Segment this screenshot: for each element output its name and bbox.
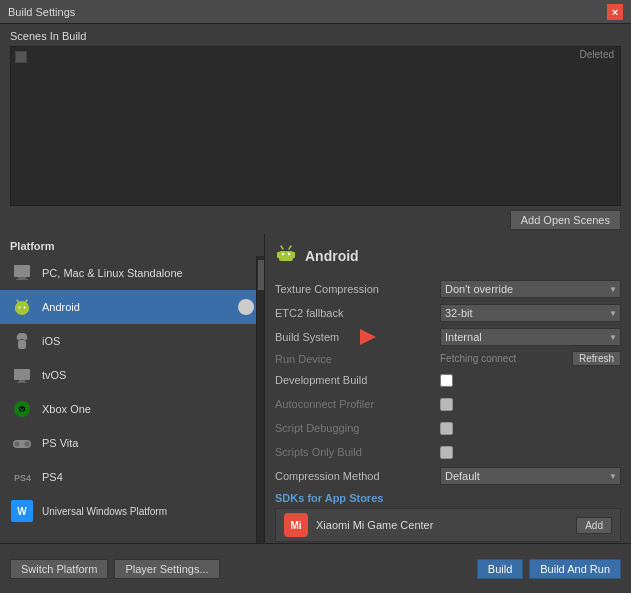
- tvos-icon: [10, 363, 34, 387]
- svg-line-28: [289, 246, 291, 249]
- scripts-only-build-label: Scripts Only Build: [275, 446, 440, 458]
- autoconnect-profiler-row: Autoconnect Profiler: [275, 394, 621, 414]
- android-label: Android: [42, 301, 238, 313]
- build-and-run-button[interactable]: Build And Run: [529, 559, 621, 579]
- scenes-checkbox[interactable]: [15, 51, 27, 63]
- etc2-fallback-dropdown[interactable]: 32-bit: [440, 304, 621, 322]
- scripts-only-build-row: Scripts Only Build: [275, 442, 621, 462]
- bottom-right-buttons: Build Build And Run: [477, 559, 621, 579]
- svg-rect-14: [17, 382, 27, 383]
- xbox-icon: X: [10, 397, 34, 421]
- svg-point-8: [24, 307, 26, 309]
- platform-item-tvos[interactable]: tvOS: [0, 358, 264, 392]
- etc2-fallback-dropdown-wrapper: 32-bit: [440, 304, 621, 322]
- run-device-value: Fetching connect: [440, 353, 568, 364]
- run-device-row: Run Device Fetching connect Refresh: [275, 351, 621, 366]
- texture-compression-label: Texture Compression: [275, 283, 440, 295]
- android-panel-icon: [275, 242, 297, 269]
- sdks-label: SDKs for App Stores: [275, 492, 621, 504]
- compression-method-row: Compression Method Default: [275, 466, 621, 486]
- switch-platform-button[interactable]: Switch Platform: [10, 559, 108, 579]
- platform-item-uwp[interactable]: W Universal Windows Platform: [0, 494, 264, 528]
- scenes-section: Scenes In Build Deleted Add Open Scenes: [0, 24, 631, 234]
- psvita-icon: [10, 431, 34, 455]
- android-icon: [10, 295, 34, 319]
- close-button[interactable]: ×: [607, 4, 623, 20]
- build-system-row: Build System Internal: [275, 327, 621, 347]
- refresh-button[interactable]: Refresh: [572, 351, 621, 366]
- android-header: Android: [275, 242, 621, 269]
- middle-section: Platform PC, Mac & Linux Standalone: [0, 234, 631, 543]
- psvita-label: PS Vita: [42, 437, 254, 449]
- compression-method-dropdown[interactable]: Default: [440, 467, 621, 485]
- build-button[interactable]: Build: [477, 559, 523, 579]
- script-debugging-checkbox[interactable]: [440, 422, 453, 435]
- xiaomi-add-button[interactable]: Add: [576, 517, 612, 534]
- build-system-label: Build System: [275, 331, 440, 343]
- development-build-checkbox[interactable]: [440, 374, 453, 387]
- texture-compression-row: Texture Compression Don't override: [275, 279, 621, 299]
- svg-rect-0: [14, 265, 30, 277]
- scripts-only-build-checkbox[interactable]: [440, 446, 453, 459]
- player-settings-button[interactable]: Player Settings...: [114, 559, 219, 579]
- platform-item-android[interactable]: Android: [0, 290, 264, 324]
- platform-item-ios[interactable]: iOS: [0, 324, 264, 358]
- red-arrow-icon: [360, 329, 376, 345]
- platform-section: Platform PC, Mac & Linux Standalone: [0, 234, 265, 543]
- svg-text:PS4: PS4: [14, 473, 31, 483]
- build-system-dropdown-wrapper: Internal: [440, 328, 621, 346]
- script-debugging-row: Script Debugging: [275, 418, 621, 438]
- svg-rect-1: [18, 277, 26, 279]
- svg-rect-22: [279, 251, 293, 261]
- pc-mac-linux-icon: [10, 261, 34, 285]
- svg-line-27: [281, 246, 283, 249]
- selected-indicator: [238, 299, 254, 315]
- compression-method-dropdown-wrapper: Default: [440, 467, 621, 485]
- script-debugging-label: Script Debugging: [275, 422, 440, 434]
- etc2-fallback-row: ETC2 fallback 32-bit: [275, 303, 621, 323]
- svg-line-10: [25, 300, 27, 303]
- ios-icon: [10, 329, 34, 353]
- bottom-bar: Switch Platform Player Settings... Build…: [0, 543, 631, 593]
- platform-item-xbox[interactable]: X Xbox One: [0, 392, 264, 426]
- tvos-label: tvOS: [42, 369, 254, 381]
- etc2-fallback-label: ETC2 fallback: [275, 307, 440, 319]
- svg-point-20: [25, 442, 30, 447]
- android-title: Android: [305, 248, 359, 264]
- svg-point-26: [288, 253, 290, 255]
- autoconnect-profiler-label: Autoconnect Profiler: [275, 398, 440, 410]
- svg-rect-6: [26, 306, 29, 311]
- sdk-item-xiaomi: Mi Xiaomi Mi Game Center Add: [275, 508, 621, 542]
- xiaomi-name: Xiaomi Mi Game Center: [316, 519, 576, 531]
- svg-line-9: [17, 300, 19, 303]
- svg-rect-2: [16, 279, 28, 280]
- scenes-area: Deleted: [10, 46, 621, 206]
- platform-item-ps4[interactable]: PS4 PS4: [0, 460, 264, 494]
- scrollbar-thumb: [258, 260, 264, 290]
- platform-scrollbar[interactable]: [256, 256, 264, 543]
- xbox-one-label: Xbox One: [42, 403, 254, 415]
- add-open-scenes-button[interactable]: Add Open Scenes: [510, 210, 621, 230]
- pc-mac-linux-label: PC, Mac & Linux Standalone: [42, 267, 254, 279]
- development-build-label: Development Build: [275, 374, 440, 386]
- svg-rect-4: [17, 305, 27, 313]
- platform-item-pc[interactable]: PC, Mac & Linux Standalone: [0, 256, 264, 290]
- svg-point-7: [19, 307, 21, 309]
- svg-text:X: X: [19, 406, 25, 415]
- platform-list: PC, Mac & Linux Standalone: [0, 256, 264, 528]
- platform-item-psvita[interactable]: PS Vita: [0, 426, 264, 460]
- deleted-text: Deleted: [580, 49, 614, 60]
- window-title: Build Settings: [8, 6, 75, 18]
- texture-compression-dropdown-wrapper: Don't override: [440, 280, 621, 298]
- svg-rect-12: [14, 369, 30, 380]
- svg-rect-24: [292, 252, 295, 258]
- run-device-label: Run Device: [275, 353, 440, 365]
- scenes-label: Scenes In Build: [10, 30, 621, 42]
- svg-point-19: [15, 442, 20, 447]
- compression-method-label: Compression Method: [275, 470, 440, 482]
- bottom-left-buttons: Switch Platform Player Settings...: [10, 559, 220, 579]
- svg-point-25: [282, 253, 284, 255]
- build-system-dropdown[interactable]: Internal: [440, 328, 621, 346]
- autoconnect-profiler-checkbox[interactable]: [440, 398, 453, 411]
- texture-compression-dropdown[interactable]: Don't override: [440, 280, 621, 298]
